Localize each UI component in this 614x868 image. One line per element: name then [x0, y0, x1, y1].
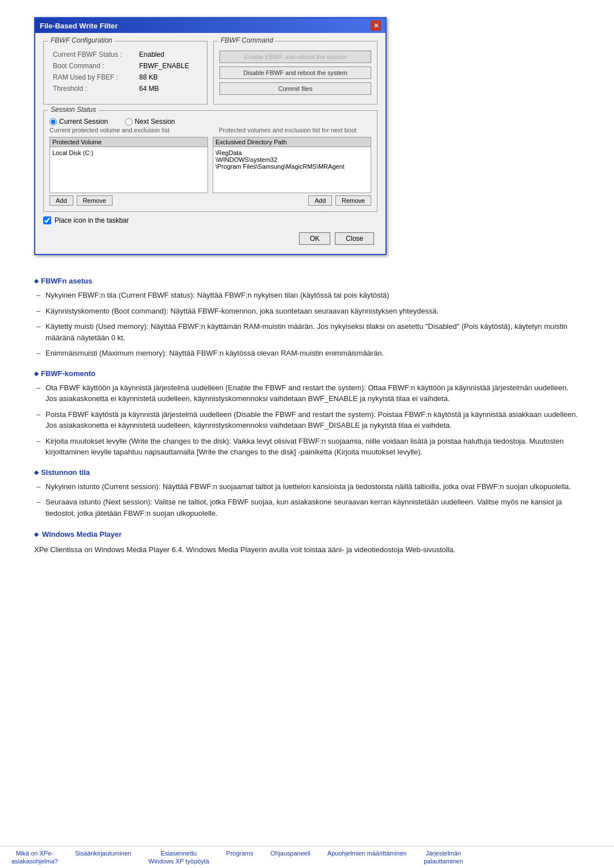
ok-button[interactable]: OK: [299, 232, 330, 245]
dialog-footer: OK Close: [43, 230, 377, 248]
taskbar-row: Place icon in the taskbar: [43, 216, 377, 224]
next-session-radio[interactable]: [125, 118, 132, 126]
fbwf-asetus-list: Nykyinen FBWF:n tila (Current FBWF statu…: [34, 290, 580, 359]
threshold-row: Threshold : 64 MB: [51, 84, 200, 94]
session-radio-row: Current Session Next Session: [49, 118, 371, 126]
left-controls: Add Remove: [49, 195, 308, 206]
taskbar-checkbox[interactable]: [43, 216, 51, 224]
nav-item-restore[interactable]: Järjestelmän palauttaminen: [424, 850, 463, 865]
fbwf-asetus-heading: FBWFn asetus: [34, 277, 580, 285]
wmp-text: XPe Clientissa on Windows Media Player 6…: [34, 544, 580, 556]
nav-label-login[interactable]: Sisäänkirjautuminen: [75, 850, 131, 857]
volume-table-area: Protected Volume Local Disk (C:) Exclusi…: [49, 137, 371, 193]
config-group-title: FBWF Configuration: [48, 36, 115, 44]
nav-label-control[interactable]: Ohjauspaneeli: [270, 850, 310, 857]
list-item: Käynnistyskomento (Boot command): Näyttä…: [34, 306, 580, 317]
nav-item-xpe[interactable]: Mikä on XPe- asiakasohjelma?: [11, 850, 58, 865]
session-list: Nykyinen istunto (Current session): Näyt…: [34, 481, 580, 519]
top-groups: FBWF Configuration Current FBWF Status :…: [43, 41, 377, 110]
session-desc-row: Current protected volume and exclusion l…: [49, 127, 371, 133]
wmp-heading: Windows Media Player: [34, 530, 580, 539]
threshold-label: Threshold :: [51, 84, 136, 94]
fbwf-komento-list: Ota FBWF käyttöön ja käynnistä järjestel…: [34, 382, 580, 458]
exclusion-panel: Exclusived Directory Path \RegData \WIND…: [213, 137, 371, 193]
list-item: Kirjoita muutokset levylle (Write the ch…: [34, 436, 580, 458]
nav-label-xpe-1[interactable]: Mikä on XPe-: [16, 850, 53, 857]
ram-row: RAM Used by FBEF : 88 KB: [51, 72, 200, 82]
next-session-label: Next Session: [135, 118, 175, 126]
ram-label: RAM Used by FBEF :: [51, 72, 136, 82]
nav-item-programs[interactable]: Programs: [226, 850, 254, 865]
current-session-desc: Current protected volume and exclusion l…: [49, 127, 202, 133]
boot-cmd-label: Boot Command :: [51, 61, 136, 71]
current-session-label: Current Session: [59, 118, 108, 126]
nav-item-control[interactable]: Ohjauspaneeli: [270, 850, 310, 865]
fbwf-asetus-heading-text: FBWFn asetus: [41, 277, 92, 285]
add-volume-button[interactable]: Add: [49, 195, 73, 206]
protected-volume-body: Local Disk (C:): [50, 147, 208, 193]
session-group-title: Session Status: [48, 106, 98, 114]
config-group: FBWF Configuration Current FBWF Status :…: [43, 41, 208, 105]
taskbar-label: Place icon in the taskbar: [55, 216, 129, 224]
nav-label-pre-1[interactable]: Esiasennettu: [161, 850, 197, 857]
next-session-desc: Protected volumes and exclusion list for…: [219, 127, 371, 133]
excl-item-3: \Program Files\Samsung\MagicRMS\MRAgent: [215, 163, 368, 170]
command-group: FBWF Command Enable FBWF and reboot the …: [213, 41, 377, 105]
right-controls: Add Remove: [308, 195, 371, 206]
main-content: FBWFn asetus Nykyinen FBWF:n tila (Curre…: [0, 277, 614, 578]
wmp-section: Windows Media Player XPe Clientissa on W…: [34, 530, 580, 556]
commit-files-button[interactable]: Commit files: [219, 82, 371, 95]
protected-volume-panel: Protected Volume Local Disk (C:): [49, 137, 208, 193]
remove-volume-button[interactable]: Remove: [77, 195, 113, 206]
ram-value: 88 KB: [137, 72, 200, 82]
fbwf-dialog: File-Based Write Filter ✕ FBWF Configura…: [34, 17, 387, 255]
nav-item-apps[interactable]: Apuohjelmien määrittäminen: [327, 850, 406, 865]
list-item: Poista FBWF käytöstä ja käynnistä järjes…: [34, 409, 580, 431]
boot-cmd-row: Boot Command : FBWF_ENABLE: [51, 61, 200, 71]
list-item: Ota FBWF käyttöön ja käynnistä järjestel…: [34, 382, 580, 404]
list-item: Nykyinen FBWF:n tila (Current FBWF statu…: [34, 290, 580, 301]
nav-label-pre-2[interactable]: Windows XP työpöytä: [148, 858, 209, 865]
next-session-radio-item[interactable]: Next Session: [125, 118, 175, 126]
disable-fbwf-button[interactable]: Disable FBWF and reboot the system: [219, 66, 371, 79]
nav-label-programs[interactable]: Programs: [226, 850, 254, 857]
dialog-close-button[interactable]: ✕: [371, 20, 381, 31]
dialog-titlebar: File-Based Write Filter ✕: [35, 18, 385, 33]
excl-item-1: \RegData: [215, 149, 368, 156]
list-item: Käytetty muisti (Used memory): Näyttää F…: [34, 321, 580, 343]
list-item: Enimmäismuisti (Maximum memory): Näyttää…: [34, 348, 580, 359]
add-exclusion-button[interactable]: Add: [308, 195, 332, 206]
nav-item-preinstalled[interactable]: Esiasennettu Windows XP työpöytä: [148, 850, 209, 865]
bottom-nav: Mikä on XPe- asiakasohjelma? Sisäänkirja…: [0, 846, 614, 868]
dialog-wrapper: File-Based Write Filter ✕ FBWF Configura…: [0, 0, 614, 266]
protected-volume-header: Protected Volume: [50, 137, 208, 147]
wmp-heading-text: Windows Media Player: [42, 530, 122, 539]
session-heading-text: SIstunnon tila: [41, 468, 90, 477]
dialog-body: FBWF Configuration Current FBWF Status :…: [35, 33, 385, 254]
remove-exclusion-button[interactable]: Remove: [335, 195, 371, 206]
enable-fbwf-button[interactable]: Enable FBWF and reboot the system: [219, 51, 371, 63]
nav-item-login[interactable]: Sisäänkirjautuminen: [75, 850, 131, 865]
nav-label-restore-1[interactable]: Järjestelmän: [426, 850, 461, 857]
status-label: Current FBWF Status :: [51, 49, 136, 60]
exclusion-header: Exclusived Directory Path: [213, 137, 371, 147]
threshold-value: 64 MB: [137, 84, 200, 94]
nav-label-restore-2[interactable]: palauttaminen: [424, 858, 463, 865]
nav-label-xpe-2[interactable]: asiakasohjelma?: [11, 858, 58, 865]
status-value: Enabled: [137, 49, 200, 60]
volume-controls: Add Remove Add Remove: [49, 195, 371, 206]
nav-label-apps[interactable]: Apuohjelmien määrittäminen: [327, 850, 406, 857]
session-heading: SIstunnon tila: [34, 468, 580, 477]
close-button[interactable]: Close: [335, 232, 374, 245]
fbwf-komento-heading: FBWF-komento: [34, 369, 580, 378]
list-item: Seuraava istunto (Next session): Valitse…: [34, 496, 580, 519]
list-item: Nykyinen istunto (Current session): Näyt…: [34, 481, 580, 493]
fbwf-komento-heading-text: FBWF-komento: [41, 369, 96, 378]
config-table: Current FBWF Status : Enabled Boot Comma…: [49, 48, 201, 95]
current-session-radio[interactable]: [49, 118, 57, 126]
vol-item: Local Disk (C:): [52, 149, 205, 156]
exclusion-body: \RegData \WINDOWS\system32 \Program File…: [213, 147, 371, 193]
dialog-title: File-Based Write Filter: [40, 22, 118, 30]
current-session-radio-item[interactable]: Current Session: [49, 118, 108, 126]
excl-item-2: \WINDOWS\system32: [215, 156, 368, 163]
